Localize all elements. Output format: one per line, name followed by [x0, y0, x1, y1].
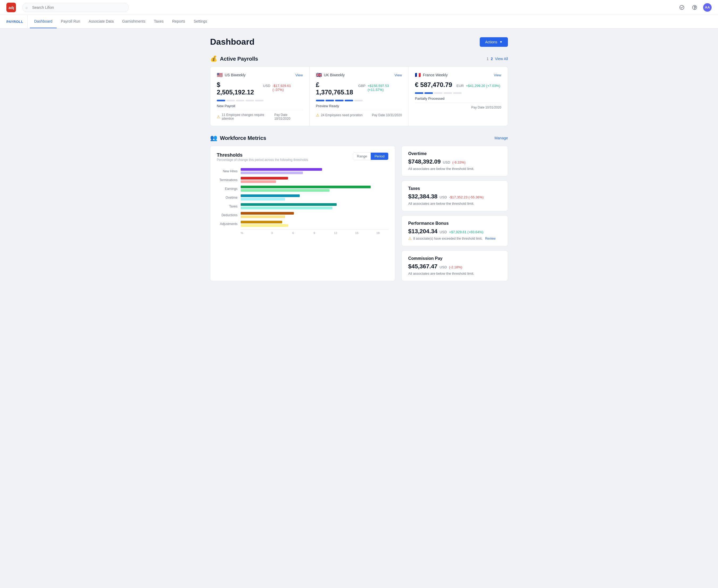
- x-label: 15: [346, 231, 367, 235]
- bar-label: New Hires: [217, 169, 241, 173]
- uk-pay-date: Pay Date 10/31/2020: [372, 113, 402, 117]
- us-pay-date: Pay Date 10/31/2020: [274, 113, 303, 121]
- bar: [241, 224, 288, 227]
- app-logo[interactable]: adp: [6, 3, 16, 12]
- perf-bonus-amount: $13,204.34: [408, 228, 438, 235]
- france-progress: [415, 92, 501, 94]
- overtime-amount-row: $748,392.09 USD (-9.33%): [408, 158, 501, 165]
- warning-icon: ⚠: [408, 236, 411, 241]
- svg-point-1: [680, 5, 684, 9]
- search-icon: ⌕: [25, 5, 28, 9]
- period-toggle[interactable]: Period: [371, 153, 388, 160]
- bar-label: Adjustments: [217, 222, 241, 226]
- svg-text:adp: adp: [8, 5, 14, 10]
- progress-dot: [345, 100, 353, 101]
- france-amount-row: € 587,470.79 EUR +$41,299.20 (+7.03%): [415, 81, 501, 90]
- workforce-metrics-section: 👥 Workforce Metrics Manage Thresholds Pe…: [210, 134, 508, 281]
- bar: [241, 198, 285, 201]
- bar: [241, 203, 337, 206]
- perf-bonus-amount-row: $13,204.34 USD +$7,929.61 (+60.64%): [408, 228, 501, 235]
- bars-area: [241, 221, 388, 227]
- progress-dot: [424, 92, 433, 94]
- progress-dot: [415, 92, 423, 94]
- taxes-amount-row: $32,384.38 USD -$17,352.23 (-55.36%): [408, 193, 501, 200]
- taxes-change: -$17,352.23 (-55.36%): [449, 195, 484, 199]
- progress-dot: [453, 92, 462, 94]
- perf-bonus-warning: ⚠ 8 associate(s) have exceeded the thres…: [408, 236, 501, 241]
- active-payrolls-section: 💰 Active Payrolls 1 2 View All 🇺🇸 US Biw…: [210, 55, 508, 126]
- progress-dot: [226, 100, 235, 101]
- bars-area: [241, 203, 388, 209]
- commission-desc: All associates are below the threshold l…: [408, 272, 501, 275]
- x-axis: % 3 6 9 12 15 18: [241, 230, 388, 235]
- us-progress: [217, 100, 303, 101]
- us-title: US Biweekly: [225, 73, 246, 77]
- progress-dot: [434, 92, 443, 94]
- bar: [241, 177, 288, 180]
- us-status: New Payroll: [217, 104, 303, 108]
- help-icon[interactable]: ?: [690, 3, 699, 12]
- payroll-card-france: 🇫🇷 France Weekly View € 587,470.79 EUR +…: [408, 67, 508, 126]
- nav-item-associate-data[interactable]: Associate Data: [84, 15, 118, 28]
- nav-item-payroll-run[interactable]: Payroll Run: [57, 15, 84, 28]
- active-payrolls-title: 💰 Active Payrolls: [210, 55, 258, 62]
- metrics-grid: Thresholds Percentage of change this per…: [210, 146, 508, 281]
- nav-item-settings[interactable]: Settings: [189, 15, 211, 28]
- view-all-link[interactable]: View All: [495, 57, 508, 61]
- progress-dot: [255, 100, 263, 101]
- check-icon[interactable]: [678, 3, 686, 12]
- payroll-label: PAYROLL: [6, 16, 28, 28]
- us-view-link[interactable]: View: [295, 73, 303, 77]
- nav-item-reports[interactable]: Reports: [168, 15, 189, 28]
- review-link[interactable]: Review: [485, 237, 495, 240]
- nav-item-dashboard[interactable]: Dashboard: [30, 15, 57, 28]
- bar-row-deductions: Deductions: [217, 212, 388, 218]
- nav-item-taxes[interactable]: Taxes: [150, 15, 168, 28]
- progress-dot: [236, 100, 245, 101]
- card-header-us: 🇺🇸 US Biweekly View: [217, 72, 303, 78]
- workforce-label: Workforce Metrics: [220, 135, 266, 141]
- bar-label: Earnings: [217, 187, 241, 191]
- x-label: %: [241, 231, 261, 235]
- actions-button[interactable]: Actions ▼: [480, 37, 508, 47]
- bars-area: [241, 177, 388, 183]
- bar-label: Deductions: [217, 213, 241, 217]
- perf-bonus-change: +$7,929.61 (+60.64%): [449, 230, 483, 234]
- france-title: France Weekly: [423, 73, 447, 77]
- payroll-card-uk: 🇬🇧 UK Biweekly View £ 1,370,765.18 GBP +…: [310, 67, 409, 126]
- payroll-card-us: 🇺🇸 US Biweekly View $ 2,505,192.12 USD -…: [210, 67, 310, 126]
- overtime-title: Overtime: [408, 151, 501, 156]
- france-status: Partially Processed: [415, 97, 501, 101]
- bar-row-terminations: Terminations: [217, 177, 388, 183]
- uk-view-link[interactable]: View: [394, 73, 402, 77]
- bar: [241, 180, 276, 183]
- progress-dot: [354, 100, 363, 101]
- thresholds-subtitle: Percentage of change this period across …: [217, 158, 308, 162]
- x-label: 9: [304, 231, 325, 235]
- search-input[interactable]: [22, 3, 129, 12]
- uk-warning: ⚠ 24 Employees need proration: [316, 113, 363, 117]
- progress-dot: [217, 100, 225, 101]
- metric-card-commission-pay: Commission Pay $45,367.47 USD (-2.18%) A…: [402, 251, 508, 281]
- bar-label: Terminations: [217, 178, 241, 182]
- avatar[interactable]: AA: [703, 3, 712, 12]
- us-change: -$17,929.61 (-.07%): [273, 84, 303, 92]
- bar-chart: New Hires Terminations: [217, 168, 388, 240]
- france-view-link[interactable]: View: [494, 73, 501, 77]
- payroll-cards-container: 🇺🇸 US Biweekly View $ 2,505,192.12 USD -…: [210, 66, 508, 126]
- perf-bonus-desc: 8 associate(s) have exceeded the thresho…: [413, 237, 482, 240]
- overtime-desc: All associates are below the threshold l…: [408, 167, 501, 171]
- overtime-currency: USD: [443, 160, 450, 164]
- progress-dot: [246, 100, 254, 101]
- page-2[interactable]: 2: [491, 57, 493, 61]
- card-header-uk: 🇬🇧 UK Biweekly View: [316, 72, 402, 78]
- sub-navigation: PAYROLL Dashboard Payroll Run Associate …: [0, 15, 718, 28]
- nav-item-garnishments[interactable]: Garnishments: [118, 15, 150, 28]
- progress-dot: [316, 100, 324, 101]
- thresholds-card: Thresholds Percentage of change this per…: [210, 146, 395, 281]
- page-1[interactable]: 1: [487, 57, 489, 61]
- commission-amount-row: $45,367.47 USD (-2.18%): [408, 263, 501, 270]
- manage-link[interactable]: Manage: [494, 136, 508, 140]
- toggle-group: Range Period: [353, 152, 388, 160]
- range-toggle[interactable]: Range: [353, 153, 371, 160]
